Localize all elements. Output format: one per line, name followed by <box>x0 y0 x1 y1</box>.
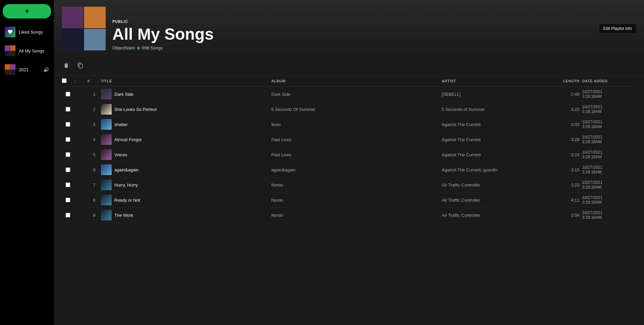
row-checkbox[interactable] <box>66 213 70 217</box>
row-checkbox-col <box>62 182 74 187</box>
copy-button[interactable] <box>76 61 85 71</box>
song-thumbnail <box>101 149 112 160</box>
song-album: Nordo <box>271 198 442 203</box>
song-album: Nordo <box>271 182 442 188</box>
song-album: Dark Side <box>271 92 442 97</box>
all-my-songs-thumb <box>5 45 15 56</box>
row-checkbox-col <box>62 122 74 127</box>
sidebar-item-liked-songs[interactable]: Liked Songs <box>3 24 51 40</box>
main-content: PUBLIC All My Songs ObjectNaim 698 Songs… <box>54 0 644 325</box>
add-button[interactable]: + <box>3 4 51 18</box>
row-checkbox[interactable] <box>66 182 70 187</box>
song-artist: Against The Current <box>442 152 555 157</box>
table-body: 1 Dark Side Dark Side [SEBELL] 2:49 10/2… <box>62 87 636 223</box>
sidebar-liked-songs-label: Liked Songs <box>19 30 43 35</box>
song-date: 10/27/20213:28:18AM <box>582 210 636 220</box>
song-table: ↑ # TITLE ALBUM ARTIST LENGTH DATE ADDED… <box>54 76 644 223</box>
table-row: 6 again&again again&again Against The Cu… <box>62 162 636 177</box>
song-artist: Against The Current, guardin <box>442 167 555 172</box>
row-checkbox[interactable] <box>66 152 70 157</box>
song-title: Voices <box>114 152 130 157</box>
song-artist: 5 Seconds of Summer <box>442 107 555 112</box>
song-length: 3:28 <box>555 137 582 142</box>
song-artist: Air Traffic Controller <box>442 198 555 203</box>
row-checkbox-col <box>62 167 74 172</box>
2021-thumb <box>5 64 15 75</box>
row-number: 9 <box>87 213 101 218</box>
edit-playlist-button[interactable]: Edit Playlist Info <box>599 24 636 33</box>
header-date-col[interactable]: DATE ADDED <box>582 79 636 83</box>
song-length: 3:22 <box>555 107 582 112</box>
sidebar-item-all-my-songs[interactable]: All My Songs <box>3 43 51 59</box>
header-title-col[interactable]: TITLE <box>101 79 271 83</box>
volume-icon: 🔊 <box>43 67 49 72</box>
sidebar-item-2021[interactable]: 2021 🔊 <box>3 62 51 78</box>
row-number: 7 <box>87 182 101 188</box>
table-header: ↑ # TITLE ALBUM ARTIST LENGTH DATE ADDED <box>62 76 636 87</box>
row-title-col: Ready or Not <box>101 195 271 205</box>
table-row: 9 The Work Nordo Air Traffic Controller … <box>62 208 636 223</box>
online-dot <box>137 47 140 49</box>
select-all-checkbox[interactable] <box>62 78 67 83</box>
delete-button[interactable] <box>62 61 71 71</box>
playlist-info: PUBLIC All My Songs ObjectNaim 698 Songs <box>112 19 214 50</box>
song-date: 10/27/20213:28:18AM <box>582 120 636 129</box>
song-artist: [SEBELL] <box>442 92 555 97</box>
row-checkbox[interactable] <box>66 198 70 202</box>
song-date: 10/27/20213:28:18AM <box>582 89 636 99</box>
table-row: 8 Ready or Not Nordo Air Traffic Control… <box>62 193 636 208</box>
playlist-header: PUBLIC All My Songs ObjectNaim 698 Songs… <box>54 0 644 57</box>
song-length: 4:11 <box>555 198 582 203</box>
song-date: 10/27/20213:28:18AM <box>582 165 636 174</box>
row-checkbox[interactable] <box>66 167 70 172</box>
song-date: 10/27/20213:28:18AM <box>582 195 636 205</box>
header-length-col[interactable]: LENGTH <box>555 79 582 83</box>
song-thumbnail <box>101 164 112 175</box>
table-row: 2 She Looks So Perfect 5 Seconds Of Summ… <box>62 102 636 117</box>
song-length: 3:04 <box>555 213 582 218</box>
song-artist: Air Traffic Controller <box>442 213 555 218</box>
song-thumbnail <box>101 89 112 99</box>
song-thumbnail <box>101 104 112 115</box>
song-artist: Air Traffic Controller <box>442 182 555 188</box>
song-artist: Against The Current <box>442 122 555 127</box>
row-checkbox-col <box>62 198 74 202</box>
song-thumbnail <box>101 179 112 190</box>
row-number: 2 <box>87 107 101 112</box>
song-artist: Against The Current <box>442 137 555 142</box>
header-album-col[interactable]: ALBUM <box>271 79 442 83</box>
table-row: 1 Dark Side Dark Side [SEBELL] 2:49 10/2… <box>62 87 636 102</box>
row-checkbox-col <box>62 137 74 142</box>
song-thumbnail <box>101 134 112 145</box>
playlist-song-count: 698 Songs <box>142 45 163 50</box>
song-thumbnail <box>101 195 112 205</box>
row-title-col: Hurry, Hurry <box>101 179 271 190</box>
song-length: 3:23 <box>555 182 582 188</box>
row-number: 8 <box>87 198 101 203</box>
row-title-col: The Work <box>101 210 271 220</box>
song-album: Past Lives <box>271 137 442 142</box>
song-length: 3:16 <box>555 167 582 172</box>
song-date: 10/27/20213:28:18AM <box>582 105 636 114</box>
song-title: The Work <box>114 213 136 218</box>
row-checkbox[interactable] <box>66 107 70 112</box>
header-num-col[interactable]: # <box>87 79 101 83</box>
table-row: 3 shatter fever Against The Current 3:03… <box>62 117 636 132</box>
header-sort-col: ↑ <box>74 79 87 83</box>
header-artist-col[interactable]: ARTIST <box>442 79 555 83</box>
playlist-cover <box>62 7 106 50</box>
trash-icon <box>63 63 69 70</box>
song-date: 10/27/20213:28:18AM <box>582 180 636 190</box>
row-title-col: again&again <box>101 164 271 175</box>
row-number: 3 <box>87 122 101 127</box>
sidebar: + Liked Songs All My Songs 2021 🔊 <box>0 0 54 325</box>
row-checkbox[interactable] <box>66 122 70 127</box>
table-row: 5 Voices Past Lives Against The Current … <box>62 147 636 162</box>
row-checkbox[interactable] <box>66 92 70 96</box>
song-title: Dark Side <box>114 92 136 97</box>
sort-icon: ↑ <box>74 79 76 83</box>
song-length: 3:24 <box>555 152 582 157</box>
plus-icon: + <box>25 7 29 15</box>
copy-icon <box>77 63 83 70</box>
row-checkbox[interactable] <box>66 137 70 142</box>
